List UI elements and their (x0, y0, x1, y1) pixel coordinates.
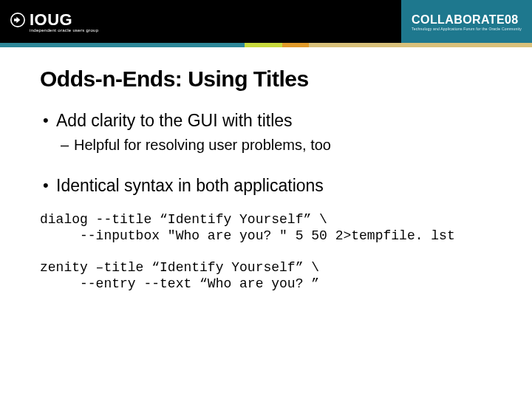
bullet-item: Add clarity to the GUI with titles (40, 111, 495, 131)
accent-teal (0, 43, 245, 47)
logo-arrow-icon (10, 13, 25, 27)
collab-title: COLLABORATE08 (412, 13, 522, 27)
header-right: COLLABORATE08 Technology and Application… (401, 0, 532, 43)
logo-subtitle: independent oracle users group (30, 28, 98, 33)
accent-bar (0, 43, 532, 47)
slide-content: Odds-n-Ends: Using Titles Add clarity to… (0, 47, 532, 292)
collaborate-badge: COLLABORATE08 Technology and Application… (401, 0, 532, 43)
slide-title: Odds-n-Ends: Using Titles (40, 66, 495, 92)
code-block-zenity: zenity –title “Identify Yourself” \ --en… (40, 260, 495, 292)
code-block-dialog: dialog --title “Identify Yourself” \ --i… (40, 212, 495, 244)
accent-lime (245, 43, 282, 47)
sub-bullet-item: Helpful for resolving user problems, too (40, 137, 495, 154)
bullet-item: Identical syntax in both applications (40, 176, 495, 196)
header-left: IOUG independent oracle users group (0, 0, 98, 43)
accent-orange (282, 43, 309, 47)
logo-text: IOUG (30, 10, 72, 30)
slide-header: IOUG independent oracle users group COLL… (0, 0, 532, 43)
ioug-logo: IOUG independent oracle users group (10, 10, 98, 33)
accent-sand (309, 43, 532, 47)
bullet-list: Add clarity to the GUI with titles Helpf… (40, 111, 495, 196)
collab-subtitle: Technology and Applications Forum for th… (412, 27, 522, 31)
